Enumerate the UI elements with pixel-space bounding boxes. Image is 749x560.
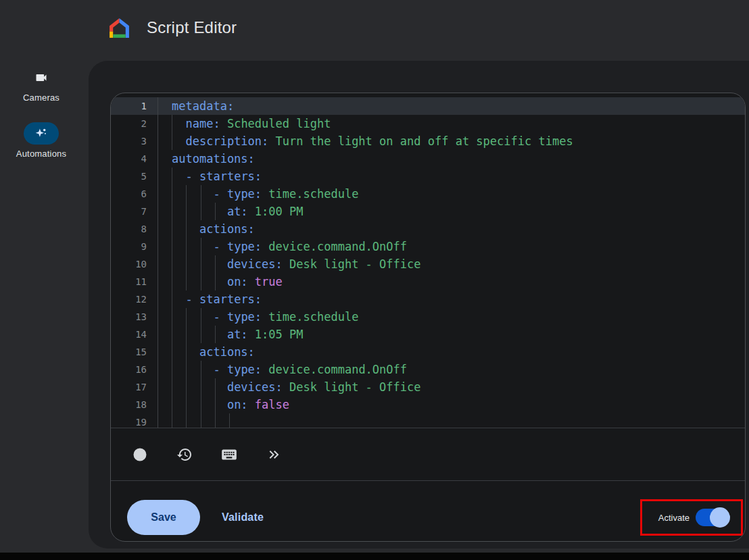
code-line[interactable]: 5 - starters: — [111, 168, 745, 185]
action-bar: Save Validate Activate — [111, 481, 745, 541]
line-number: 12 — [111, 290, 158, 308]
code-line-text: actions: — [158, 343, 255, 361]
activate-toggle[interactable] — [696, 509, 729, 526]
sidebar-item-automations[interactable]: Automations — [0, 122, 82, 159]
line-number: 19 — [111, 413, 158, 428]
active-nav-pill — [24, 122, 59, 145]
code-line-text: on: false — [158, 396, 289, 413]
history-button[interactable] — [170, 440, 199, 469]
code-line[interactable]: 1metadata: — [111, 97, 745, 115]
bottom-black-bar — [0, 553, 749, 560]
line-number: 3 — [111, 132, 158, 150]
activate-label: Activate — [658, 513, 690, 523]
line-number: 15 — [111, 343, 158, 361]
code-line-text: - starters: — [158, 290, 262, 308]
code-line-text: - type: time.schedule — [158, 185, 358, 203]
script-editor-card: 1metadata:2 name: Scheduled light3 descr… — [110, 93, 746, 542]
keyboard-icon — [220, 446, 238, 463]
code-line[interactable]: 19 — [111, 413, 745, 428]
code-line-text: - type: device.command.OnOff — [158, 361, 407, 378]
error-button[interactable] — [125, 440, 155, 469]
code-line[interactable]: 7 at: 1:00 PM — [111, 203, 745, 220]
code-line[interactable]: 8 actions: — [111, 220, 745, 238]
line-number: 16 — [111, 361, 158, 378]
line-number: 18 — [111, 396, 158, 413]
sidebar-item-label: Cameras — [23, 93, 59, 103]
app-header: Script Editor — [0, 0, 749, 61]
code-line[interactable]: 12 - starters: — [111, 290, 745, 308]
code-line-text: - type: time.schedule — [158, 308, 358, 326]
code-line-text: at: 1:00 PM — [158, 203, 304, 220]
line-number: 10 — [111, 255, 158, 273]
line-number: 8 — [111, 220, 158, 238]
code-line[interactable]: 6 - type: time.schedule — [111, 185, 745, 203]
code-line-text: actions: — [158, 220, 255, 238]
code-line[interactable]: 15 actions: — [111, 343, 745, 361]
line-number: 17 — [111, 378, 158, 396]
line-number: 2 — [111, 115, 158, 132]
code-line-text: - type: device.command.OnOff — [158, 238, 407, 255]
code-line-text: devices: Desk light - Office — [158, 378, 420, 396]
more-tools-button[interactable] — [259, 440, 289, 469]
google-home-logo-icon — [108, 17, 130, 39]
line-number: 6 — [111, 185, 158, 203]
line-number: 7 — [111, 203, 158, 220]
code-line-text: automations: — [158, 150, 255, 168]
code-line-text: - starters: — [158, 168, 262, 185]
code-area[interactable]: 1metadata:2 name: Scheduled light3 descr… — [111, 93, 745, 428]
code-line-text — [158, 413, 241, 428]
keyboard-button[interactable] — [214, 440, 244, 469]
line-number: 5 — [111, 168, 158, 185]
page-title: Script Editor — [147, 18, 237, 37]
line-number: 11 — [111, 273, 158, 290]
code-line-text: metadata: — [158, 97, 234, 115]
code-line[interactable]: 13 - type: time.schedule — [111, 308, 745, 326]
code-line[interactable]: 18 on: false — [111, 396, 745, 413]
code-line[interactable]: 3 description: Turn the light on and off… — [111, 132, 745, 150]
code-line[interactable]: 4automations: — [111, 150, 745, 168]
line-number: 14 — [111, 326, 158, 343]
code-line[interactable]: 11 on: true — [111, 273, 745, 290]
code-line-text: on: true — [158, 273, 283, 290]
editor-toolbar — [111, 428, 745, 480]
error-icon — [132, 447, 148, 463]
code-line[interactable]: 10 devices: Desk light - Office — [111, 255, 745, 273]
line-number: 1 — [111, 97, 158, 115]
sidebar-item-cameras[interactable]: Cameras — [0, 66, 82, 103]
history-icon — [176, 447, 193, 463]
code-line[interactable]: 17 devices: Desk light - Office — [111, 378, 745, 396]
annotation-highlight-box: Activate — [640, 499, 743, 536]
videocam-icon — [34, 71, 48, 84]
main-panel: 1metadata:2 name: Scheduled light3 descr… — [89, 61, 749, 549]
code-line-text: devices: Desk light - Office — [158, 255, 420, 273]
code-line[interactable]: 16 - type: device.command.OnOff — [111, 361, 745, 378]
code-line[interactable]: 9 - type: device.command.OnOff — [111, 238, 745, 255]
toggle-knob — [710, 507, 730, 528]
code-line-text: name: Scheduled light — [158, 115, 331, 132]
save-button[interactable]: Save — [127, 500, 200, 535]
sparkle-icon — [34, 126, 49, 141]
more-tools-icon — [266, 447, 282, 463]
sidebar: Cameras Automations — [0, 61, 89, 159]
line-number: 9 — [111, 238, 158, 255]
line-number: 4 — [111, 150, 158, 168]
sidebar-item-label: Automations — [16, 149, 66, 159]
code-line-text: description: Turn the light on and off a… — [158, 132, 573, 150]
code-line[interactable]: 14 at: 1:05 PM — [111, 326, 745, 343]
validate-button[interactable]: Validate — [222, 500, 264, 535]
code-line-text: at: 1:05 PM — [158, 326, 304, 343]
code-line[interactable]: 2 name: Scheduled light — [111, 115, 745, 132]
line-number: 13 — [111, 308, 158, 326]
